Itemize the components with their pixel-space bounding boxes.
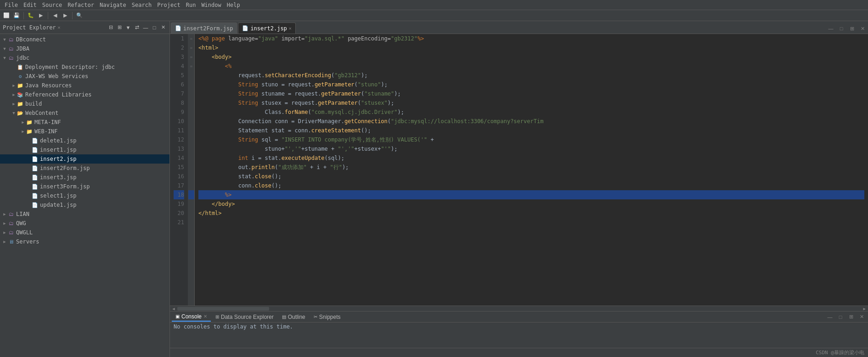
- sidebar-item-insert1[interactable]: 📄 insert1.jsp: [0, 145, 169, 154]
- menu-navigate[interactable]: Navigate: [97, 2, 129, 8]
- tab-label-insert2form: insert2Form.jsp: [183, 25, 233, 32]
- sidebar-item-insert2[interactable]: 📄 insert2.jsp: [0, 154, 169, 164]
- code-line-20: </html>: [198, 209, 864, 218]
- fold-4[interactable]: =: [188, 62, 194, 71]
- sidebar-close-btn[interactable]: ✕: [159, 24, 167, 31]
- sidebar-item-deployment[interactable]: 📋 Deployment Descriptor: jdbc: [0, 62, 169, 72]
- sidebar-item-jaxws[interactable]: ⚙ JAX-WS Web Services: [0, 72, 169, 81]
- sidebar-item-web-inf[interactable]: ▶ 📁 WEB-INF: [0, 127, 169, 136]
- sidebar-item-qwg[interactable]: ▶ 🗂 QWG: [0, 219, 169, 228]
- toolbar-new[interactable]: ⬜: [2, 11, 11, 20]
- bottom-tab-datasource[interactable]: ⊞ Data Source Explorer: [212, 312, 277, 322]
- sidebar-maximize-btn[interactable]: □: [151, 24, 158, 31]
- h-scroll-track[interactable]: [177, 307, 861, 311]
- console-message: No consoles to display at this time.: [174, 323, 293, 330]
- bottom-tab-snippets[interactable]: ✂ Snippets: [310, 312, 344, 322]
- sidebar-item-qwgll[interactable]: ▶ 🗂 QWGLL: [0, 228, 169, 237]
- line-num-9: 9: [174, 108, 184, 117]
- menu-refactor[interactable]: Refactor: [65, 2, 97, 8]
- h-scroll-left[interactable]: ◀: [170, 306, 177, 312]
- fold-12: [188, 135, 194, 144]
- fold-2[interactable]: =: [188, 43, 194, 52]
- toolbar-prev[interactable]: ◀: [51, 11, 60, 20]
- bottom-panel-maximize[interactable]: □: [836, 313, 845, 321]
- menu-edit[interactable]: Edit: [21, 2, 39, 8]
- tree-label-delete1: delete1.jsp: [40, 137, 76, 144]
- tab-insert2[interactable]: 📄 insert2.jsp ✕: [238, 23, 296, 34]
- toolbar-search[interactable]: 🔍: [75, 11, 84, 20]
- tab-close-insert2[interactable]: ✕: [289, 26, 292, 31]
- sidebar-item-dbconnect[interactable]: ▼ 🗂 DBconnect: [0, 35, 169, 44]
- code-area[interactable]: <%@ page language="java" import="java.sq…: [195, 34, 868, 306]
- sidebar-collapse-btn[interactable]: ⊟: [107, 24, 114, 31]
- tree-arrow-java-resources: ▶: [11, 83, 17, 88]
- tree-label-jdbc: jdbc: [16, 55, 29, 61]
- sidebar-item-servers[interactable]: ▶ 🖥 Servers: [0, 237, 169, 246]
- tab-close-all-btn[interactable]: ✕: [858, 24, 867, 33]
- sidebar-tree: ▼ 🗂 DBconnect ▼ 🗂 JDBA ▼ 🗂 jdbc: [0, 34, 169, 357]
- menu-project[interactable]: Project: [154, 2, 183, 8]
- sidebar-item-build[interactable]: ▶ 📁 build: [0, 99, 169, 108]
- sidebar-link-btn[interactable]: ⇄: [133, 24, 141, 31]
- fold-3[interactable]: =: [188, 52, 194, 62]
- bottom-panel-close[interactable]: ✕: [857, 313, 866, 321]
- sidebar-item-ref-libraries[interactable]: ▶ 📚 Referenced Libraries: [0, 90, 169, 99]
- h-scroll-thumb[interactable]: [177, 307, 269, 311]
- toolbar-save[interactable]: 💾: [12, 11, 21, 20]
- sidebar-item-jdba[interactable]: ▼ 🗂 JDBA: [0, 44, 169, 53]
- code-line-3: <body>: [198, 52, 864, 62]
- tree-label-insert1: insert1.jsp: [40, 147, 76, 153]
- bottom-panel-minimize[interactable]: —: [825, 313, 834, 321]
- h-scroll-right[interactable]: ▶: [861, 306, 868, 312]
- sidebar-minimize-btn[interactable]: —: [142, 24, 149, 31]
- sidebar-item-delete1[interactable]: 📄 delete1.jsp: [0, 136, 169, 145]
- bottom-tabs: ▣ Console ✕ ⊞ Data Source Explorer ▤ Out…: [170, 312, 868, 323]
- sidebar-filter-btn[interactable]: ▼: [124, 24, 132, 31]
- sidebar-item-java-resources[interactable]: ▶ 📁 Java Resources: [0, 81, 169, 90]
- file-icon-delete1: 📄: [31, 137, 39, 144]
- sidebar-item-update1[interactable]: 📄 update1.jsp: [0, 200, 169, 210]
- toolbar-run[interactable]: ▶: [36, 11, 45, 20]
- sidebar-item-jdbc[interactable]: ▼ 🗂 jdbc: [0, 53, 169, 62]
- menu-file[interactable]: File: [2, 2, 21, 8]
- fold-1[interactable]: =: [188, 34, 194, 43]
- sidebar-item-insert3form[interactable]: 📄 insert3Form.jsp: [0, 182, 169, 191]
- sidebar-expand-btn[interactable]: ⊞: [116, 24, 123, 31]
- project-icon-jdba: 🗂: [7, 45, 15, 52]
- code-line-6: String stuno = request.getParameter("stu…: [198, 80, 864, 89]
- statusbar-text: CSDN @暴躁的梁小电: [816, 349, 864, 356]
- tree-label-deployment: Deployment Descriptor: jdbc: [25, 64, 115, 70]
- tab-insert2form[interactable]: 📄 insert2Form.jsp: [171, 23, 237, 34]
- line-num-20: 20: [174, 209, 184, 218]
- tab-restore-btn[interactable]: □: [837, 24, 846, 33]
- file-icon-insert3: 📄: [31, 174, 39, 181]
- menu-search[interactable]: Search: [129, 2, 154, 8]
- bottom-tab-outline[interactable]: ▤ Outline: [278, 312, 309, 322]
- tab-more-btn[interactable]: ⊞: [847, 24, 857, 33]
- sidebar-item-select1[interactable]: 📄 select1.jsp: [0, 191, 169, 200]
- menu-run[interactable]: Run: [183, 2, 199, 8]
- bottom-panel-more[interactable]: ⊞: [846, 313, 856, 321]
- toolbar-next[interactable]: ▶: [61, 11, 70, 20]
- toolbar-sep2: [48, 12, 48, 19]
- tree-label-insert3: insert3.jsp: [40, 174, 76, 181]
- menu-source[interactable]: Source: [39, 2, 65, 8]
- sidebar-item-insert2form[interactable]: 📄 insert2Form.jsp: [0, 164, 169, 173]
- tree-label-dbconnect: DBconnect: [16, 36, 46, 43]
- tab-minimize-btn[interactable]: —: [826, 24, 835, 33]
- line-num-16: 16: [174, 172, 184, 181]
- toolbar-debug[interactable]: 🐛: [26, 11, 35, 20]
- sidebar-item-meta-inf[interactable]: ▶ 📁 META-INF: [0, 118, 169, 127]
- sidebar-item-insert3[interactable]: 📄 insert3.jsp: [0, 173, 169, 182]
- sidebar-item-lian[interactable]: ▶ 🗂 LIAN: [0, 210, 169, 219]
- bottom-tab-console[interactable]: ▣ Console ✕: [172, 312, 211, 322]
- tab-label-insert2: insert2.jsp: [250, 25, 287, 32]
- bottom-tab-console-close[interactable]: ✕: [203, 314, 207, 319]
- menu-help[interactable]: Help: [224, 2, 243, 8]
- sidebar-item-webcontent[interactable]: ▼ 📂 WebContent: [0, 108, 169, 118]
- content-area: 📄 insert2Form.jsp 📄 insert2.jsp ✕ — □ ⊞ …: [170, 21, 868, 357]
- menu-window[interactable]: Window: [198, 2, 224, 8]
- editor[interactable]: 1 2 3 4 5 6 7 8 9 10 11 12 13 14 15 16 1: [170, 34, 868, 306]
- tree-arrow-lian: ▶: [2, 211, 7, 217]
- h-scroll[interactable]: ◀ ▶: [170, 306, 868, 311]
